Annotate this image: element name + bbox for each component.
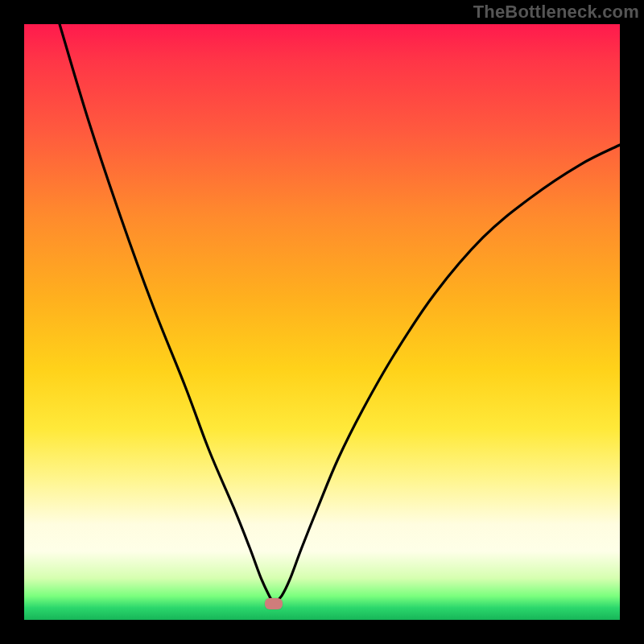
curve-left-branch [60,24,274,604]
watermark-text: TheBottleneck.com [473,2,639,23]
curve-right-branch [274,145,620,604]
minimum-marker [265,598,283,609]
plot-area [24,24,620,620]
curve-svg [24,24,620,620]
chart-frame: TheBottleneck.com [0,0,644,644]
